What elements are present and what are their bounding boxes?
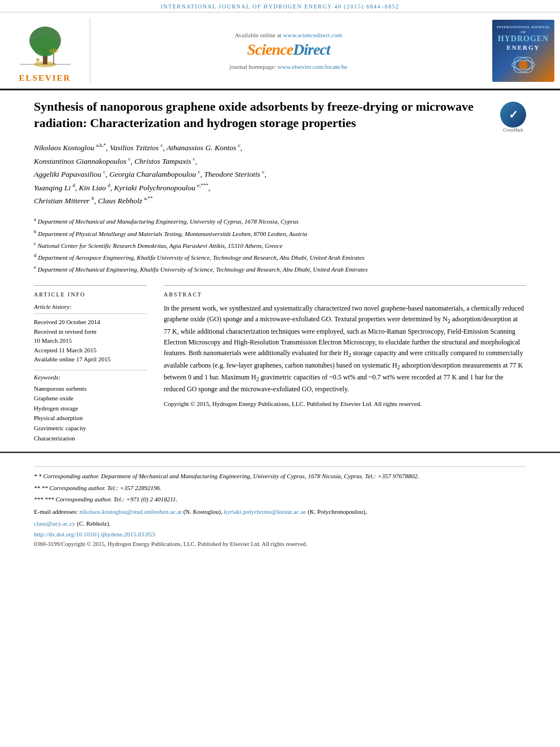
email-addresses-line: E-mail addresses: nikolaos.kostoglou@stu… — [34, 507, 526, 517]
article-history-label: Article history: — [34, 303, 147, 310]
header-center-area: Available online at www.sciencedirect.co… — [90, 18, 487, 83]
svg-point-5 — [36, 58, 40, 62]
affiliation-a: a Department of Mechanical and Manufactu… — [34, 216, 526, 226]
footnote-3: *** *** Corresponding author. Tel.: +971… — [34, 495, 526, 505]
keyword-2: Graphene oxide — [34, 394, 147, 404]
page-header: ELSEVIER Available online at www.science… — [0, 12, 560, 90]
footnote-2: ** ** Corresponding author. Tel.: +357 2… — [34, 483, 526, 493]
article-dates-block: Received 20 October 2014 Received in rev… — [34, 313, 147, 364]
keywords-label: Keywords: — [34, 374, 147, 381]
svg-point-8 — [49, 49, 58, 53]
article-info-abstract-area: ARTICLE INFO Article history: Received 2… — [34, 285, 526, 443]
email-link-rebholz[interactable]: claus@ucy.ac.cy — [34, 520, 76, 527]
sciencedirect-url[interactable]: www.sciencedirect.com — [283, 32, 342, 38]
email-link-polychronopoulou[interactable]: kyriaki.polychrono@kustar.ac.ae — [224, 508, 306, 515]
title-area: ✓ CrossMark Synthesis of nanoporous grap… — [34, 99, 526, 131]
received-date: Received 20 October 2014 — [34, 317, 147, 327]
affiliations-area: a Department of Mechanical and Manufactu… — [34, 216, 526, 274]
journal-homepage-line: journal homepage: www.elsevier.com/locat… — [230, 63, 348, 70]
keyword-1: Nanoporous sorbents — [34, 384, 147, 394]
sciencedirect-logo: ScienceDirect — [247, 41, 330, 59]
article-content: ✓ CrossMark Synthesis of nanoporous grap… — [0, 90, 560, 453]
keyword-4: Physical adsorption — [34, 413, 147, 423]
crossmark-icon: ✓ — [500, 102, 526, 128]
abstract-column: ABSTRACT In the present work, we synthes… — [164, 285, 526, 443]
doi-line: http://dx.doi.org/10.1016/j.ijhydene.201… — [34, 531, 526, 538]
elsevier-text: ELSEVIER — [14, 73, 76, 83]
keyword-6: Characterization — [34, 434, 147, 444]
authors-line: Nikolaos Kostoglou a,b,*, Vasilios Tzitz… — [34, 141, 526, 207]
revised-date: 10 March 2015 — [34, 336, 147, 346]
keywords-block: Keywords: Nanoporous sorbents Graphene o… — [34, 370, 147, 444]
affiliation-c: c National Center for Scientific Researc… — [34, 240, 526, 250]
abstract-text: In the present work, we synthesized and … — [164, 303, 526, 409]
footnote-1: * * Corresponding author. Department of … — [34, 471, 526, 482]
journal-title-bar: INTERNATIONAL JOURNAL OF HYDROGEN ENERGY… — [160, 3, 399, 10]
journal-cover-graphic — [509, 54, 537, 76]
journal-homepage-url[interactable]: www.elsevier.com/locate/he — [278, 63, 348, 70]
journal-cover-area: International Journal of HYDROGEN ENERGY — [487, 18, 560, 83]
elsevier-tree-icon — [14, 18, 76, 69]
crossmark-label: CrossMark — [500, 128, 526, 133]
available-online-date: Available online 17 April 2015 — [34, 355, 147, 364]
doi-link[interactable]: http://dx.doi.org/10.1016/j.ijhydene.201… — [34, 531, 155, 538]
affiliation-b: b Department of Physical Metallurgy and … — [34, 228, 526, 238]
email-rebholz-line: claus@ucy.ac.cy (C. Rebholz). — [34, 519, 526, 529]
elsevier-logo-area: ELSEVIER — [0, 18, 90, 83]
received-revised-label: Received in revised form — [34, 327, 147, 337]
elsevier-logo: ELSEVIER — [14, 18, 76, 83]
crossmark-area: ✓ CrossMark — [500, 102, 526, 133]
abstract-paragraph: In the present work, we synthesized and … — [164, 303, 526, 395]
article-info-heading: ARTICLE INFO — [34, 291, 147, 298]
keyword-5: Gravimetric capacity — [34, 423, 147, 434]
accepted-date: Accepted 11 March 2015 — [34, 346, 147, 355]
available-online-text: Available online at www.sciencedirect.co… — [235, 32, 343, 38]
svg-point-9 — [519, 60, 528, 69]
journal-cover-image: International Journal of HYDROGEN ENERGY — [492, 20, 554, 82]
article-title: Synthesis of nanoporous graphene oxide a… — [34, 99, 526, 131]
affiliation-d: d Department of Aerospace Engineering, K… — [34, 252, 526, 262]
affiliation-e: e Department of Mechanical Engineering, … — [34, 264, 526, 274]
keyword-3: Hydrogen storage — [34, 404, 147, 414]
email-link-kostoglou[interactable]: nikolaos.kostoglou@stud.unileoben.ac.at — [80, 508, 182, 515]
copyright-text: Copyright © 2015, Hydrogen Energy Public… — [164, 399, 526, 409]
journal-header-bar: INTERNATIONAL JOURNAL OF HYDROGEN ENERGY… — [0, 0, 560, 12]
article-info-column: ARTICLE INFO Article history: Received 2… — [34, 285, 147, 443]
footnotes-divider — [34, 466, 526, 467]
footnotes-area: * * Corresponding author. Department of … — [0, 453, 560, 556]
abstract-heading: ABSTRACT — [164, 291, 526, 298]
issn-line: 0360-3199/Copyright © 2015, Hydrogen Ene… — [34, 541, 526, 547]
